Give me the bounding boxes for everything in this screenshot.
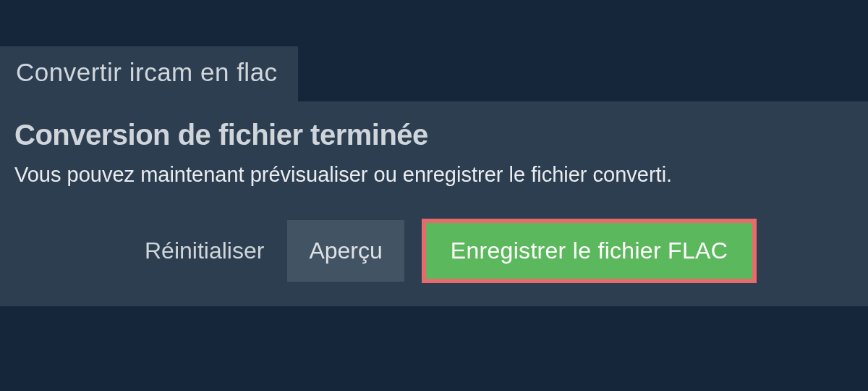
conversion-panel: Conversion de fichier terminée Vous pouv… xyxy=(0,101,868,306)
action-button-row: Réinitialiser Aperçu Enregistrer le fich… xyxy=(14,219,854,283)
tab-bar: Convertir ircam en flac xyxy=(0,46,868,101)
tab-label: Convertir ircam en flac xyxy=(16,58,278,86)
conversion-description: Vous pouvez maintenant prévisualiser ou … xyxy=(14,163,854,187)
save-button[interactable]: Enregistrer le fichier FLAC xyxy=(422,219,757,283)
reset-button[interactable]: Réinitialiser xyxy=(145,237,270,264)
main-container: Convertir ircam en flac Conversion de fi… xyxy=(0,0,868,306)
preview-button[interactable]: Aperçu xyxy=(287,220,404,282)
conversion-heading: Conversion de fichier terminée xyxy=(14,119,854,151)
tab-convert[interactable]: Convertir ircam en flac xyxy=(0,46,298,101)
